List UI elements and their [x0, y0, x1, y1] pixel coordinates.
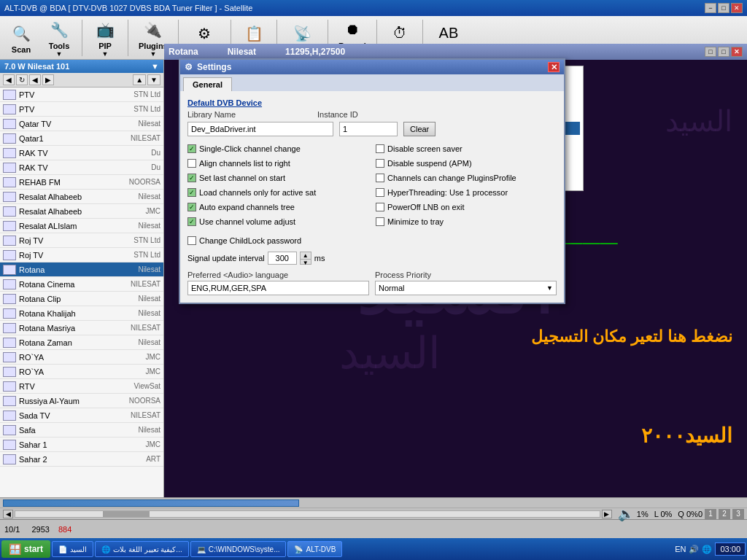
- channel-list-item[interactable]: Sada TVNILESAT: [0, 408, 163, 423]
- channel-name: RO`YA: [19, 353, 117, 362]
- channel-icon: [3, 279, 16, 289]
- channel-name: RTV: [19, 382, 117, 391]
- channel-min-button[interactable]: □: [705, 47, 716, 57]
- channel-icon: [3, 294, 16, 304]
- channel-list-item[interactable]: PTVSTN Ltd: [0, 88, 163, 102]
- signal-val3: Q 0%: [678, 510, 698, 518]
- channel-list-item[interactable]: Qatar1NILESAT: [0, 131, 163, 146]
- channel-list-item[interactable]: RAK TVDu: [0, 146, 163, 160]
- signal-val2: L 0%: [654, 510, 673, 518]
- close-button[interactable]: ✕: [731, 3, 743, 13]
- channel-icon: [3, 338, 16, 348]
- channel-list-item[interactable]: Qatar TVNilesat: [0, 117, 163, 131]
- cl-refresh-button[interactable]: ↻: [16, 74, 28, 85]
- option-checkbox[interactable]: [187, 144, 196, 153]
- option-checkbox[interactable]: [376, 188, 384, 197]
- minimize-button[interactable]: −: [705, 3, 716, 13]
- cl-nav2-button[interactable]: ▶: [42, 74, 54, 85]
- channel-list-item[interactable]: Sahar 1JMC: [0, 438, 163, 452]
- signal-row: Signal update interval ▲ ▼ ms: [187, 252, 557, 265]
- option-label: Disable screen saver: [387, 144, 462, 153]
- channel-list-item[interactable]: RotanaNilesat: [0, 262, 163, 277]
- option-checkbox[interactable]: [376, 203, 384, 211]
- channel-list-item[interactable]: RO`YAJMC: [0, 350, 163, 365]
- channel-list-item[interactable]: Resalat AlhabeebNilesat: [0, 190, 163, 204]
- option-checkbox[interactable]: [376, 144, 384, 153]
- channel-list-item[interactable]: Russiya Al-YaumNOORSA: [0, 394, 163, 408]
- settings-title: Settings: [197, 62, 231, 72]
- channel-list-item[interactable]: Resalat ALIslamNilesat: [0, 219, 163, 233]
- channel-list-item[interactable]: RTVViewSat: [0, 379, 163, 394]
- rotana-satellite: Nilesat: [228, 47, 256, 57]
- channel-list-item[interactable]: RO`YAJMC: [0, 365, 163, 379]
- instance-id-label: Instance ID: [317, 110, 383, 119]
- channel-icon: [3, 177, 16, 187]
- channel-name: Safa: [19, 426, 117, 435]
- preferred-audio-input[interactable]: [187, 281, 369, 295]
- pip-button[interactable]: 📺 PIP ▼: [87, 17, 123, 59]
- cl-back-button[interactable]: ◀: [3, 74, 15, 85]
- channel-list-item[interactable]: Rotana CinemaNILESAT: [0, 277, 163, 292]
- signal-value-input[interactable]: [268, 252, 297, 265]
- dvb-section-label[interactable]: Default DVB Device: [187, 98, 262, 107]
- option-checkbox[interactable]: [187, 217, 196, 226]
- scan-button[interactable]: 🔍 Scan: [3, 20, 39, 55]
- channel-list-item[interactable]: Sahar 2ART: [0, 452, 163, 467]
- clear-button[interactable]: Clear: [403, 122, 436, 136]
- channel-window-controls: □ □ ✕: [705, 47, 743, 57]
- channel-list-item[interactable]: RAK TVDu: [0, 160, 163, 175]
- cl-nav1-button[interactable]: ◀: [29, 74, 41, 85]
- option-checkbox[interactable]: [376, 217, 384, 226]
- channel-provider: JMC: [117, 440, 160, 448]
- scroll-left-button[interactable]: ◀: [3, 510, 13, 518]
- option-row: Channels can change PluginsProfile: [376, 171, 557, 184]
- channel-list-item[interactable]: Rotana KhalijahNilesat: [0, 306, 163, 321]
- channel-list-item[interactable]: PTVSTN Ltd: [0, 102, 163, 117]
- tools-button[interactable]: 🔧 Tools ▼: [41, 17, 77, 59]
- channel-max-button[interactable]: □: [718, 47, 729, 57]
- channel-list-item[interactable]: REHAB FMNOORSA: [0, 175, 163, 190]
- task3-icon: 💻: [197, 545, 206, 553]
- signal-label: Signal update interval: [187, 254, 265, 262]
- option-checkbox[interactable]: [187, 188, 196, 197]
- option-checkbox[interactable]: [187, 203, 196, 211]
- option-checkbox[interactable]: [187, 174, 196, 182]
- cl-down-button[interactable]: ▼: [147, 74, 160, 85]
- tab-general[interactable]: General: [183, 77, 232, 91]
- horizontal-scrollbar[interactable]: ◀ ▶ 🔈 1% L 0% Q 0% 0 1 2 3: [0, 508, 747, 519]
- maximize-button[interactable]: □: [718, 3, 729, 13]
- taskbar-item-arabic[interactable]: 🌐 كيفية تعيير اللغة بلات...: [95, 541, 189, 557]
- channel-close-button[interactable]: ✕: [731, 47, 743, 57]
- settings-close-button[interactable]: ✕: [548, 62, 560, 72]
- channel-list-scroll[interactable]: PTVSTN LtdPTVSTN LtdQatar TVNilesatQatar…: [0, 88, 163, 506]
- signal-spinner[interactable]: ▲ ▼: [300, 252, 311, 265]
- childlock-checkbox[interactable]: [187, 236, 196, 245]
- channel-provider: Nilesat: [117, 295, 160, 303]
- library-name-input[interactable]: [187, 122, 333, 136]
- start-button[interactable]: 🪟 start: [1, 540, 50, 558]
- channel-list-item[interactable]: SafaNilesat: [0, 423, 163, 438]
- option-checkbox[interactable]: [376, 159, 384, 168]
- channel-provider: Nilesat: [117, 309, 160, 317]
- toolbar-separator: [82, 20, 82, 56]
- scroll-right-button[interactable]: ▶: [602, 510, 612, 518]
- taskbar-item-altdvb[interactable]: 📡 ALT-DVB: [287, 541, 342, 557]
- channel-icon: [3, 323, 16, 333]
- channel-name: PTV: [19, 90, 117, 99]
- option-checkbox[interactable]: [376, 174, 384, 182]
- channel-list-item[interactable]: Roj TVSTN Ltd: [0, 233, 163, 248]
- taskbar-item-windows[interactable]: 💻 C:\WINDOWS\syste...: [190, 541, 287, 557]
- option-checkbox[interactable]: [187, 159, 196, 168]
- option-label: Channels can change PluginsProfile: [387, 174, 516, 182]
- instance-id-input[interactable]: [339, 122, 398, 136]
- channel-list-item[interactable]: Rotana ZamanNilesat: [0, 335, 163, 350]
- taskbar-item-elsayed[interactable]: 📄 السيد: [52, 541, 93, 557]
- settings-tabs: General: [180, 74, 564, 91]
- option-row: Disable suspend (APM): [376, 157, 557, 170]
- process-priority-select[interactable]: Normal ▼: [375, 281, 557, 295]
- channel-list-item[interactable]: Rotana ClipNilesat: [0, 292, 163, 306]
- channel-list-item[interactable]: Roj TVSTN Ltd: [0, 248, 163, 262]
- channel-list-item[interactable]: Rotana MasriyaNILESAT: [0, 321, 163, 335]
- channel-list-item[interactable]: Resalat AlhabeebJMC: [0, 204, 163, 219]
- cl-up-button[interactable]: ▲: [133, 74, 146, 85]
